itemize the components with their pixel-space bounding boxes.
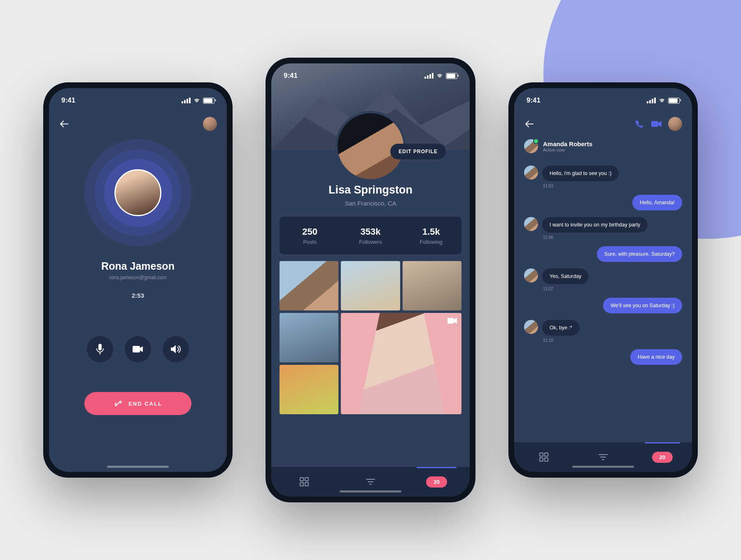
caller-name: Rona Jameson	[101, 260, 175, 272]
status-time: 9:41	[527, 96, 541, 105]
svg-rect-8	[540, 453, 543, 456]
gallery-item[interactable]	[403, 261, 461, 310]
home-indicator	[107, 466, 169, 468]
message-in[interactable]: Ok, bye :*	[524, 320, 682, 336]
svg-rect-0	[98, 344, 102, 350]
grid-icon	[539, 453, 548, 462]
gallery-item[interactable]	[280, 261, 338, 310]
messages-badge: 20	[652, 452, 673, 463]
back-button[interactable]	[59, 119, 70, 129]
stat-posts[interactable]: 250 Posts	[280, 217, 340, 254]
nav-messages[interactable]: 20	[633, 442, 692, 472]
call-duration: 2:53	[132, 292, 144, 299]
grid-icon	[300, 477, 309, 486]
signal-icon	[647, 98, 656, 103]
filter-icon	[366, 478, 375, 485]
caller-avatar	[114, 169, 161, 216]
svg-rect-2	[447, 318, 454, 324]
svg-rect-5	[300, 483, 303, 486]
status-indicators	[182, 98, 214, 104]
speaker-button[interactable]	[163, 336, 189, 362]
contact-name: Amanda Roberts	[543, 140, 592, 147]
chat-screen: 9:41 Amanda R	[514, 88, 692, 472]
message-out[interactable]: We'll see you on Saturday :)	[524, 298, 682, 313]
message-out[interactable]: Sure, with pleasure. Saturday?	[524, 246, 682, 262]
profile-screen: 9:41 EDIT PROFILE Lisa Springston San Fr…	[271, 63, 470, 497]
video-call-button[interactable]	[651, 118, 662, 130]
profile-stats: 250 Posts 353k Followers 1.5k Following	[280, 217, 461, 254]
svg-rect-3	[300, 478, 303, 481]
message-in[interactable]: I want to invite you on my birthday part…	[524, 217, 682, 233]
nav-grid[interactable]	[271, 467, 338, 497]
stat-followers[interactable]: 353k Followers	[340, 217, 401, 254]
nav-messages[interactable]: 20	[403, 467, 470, 497]
video-icon	[447, 317, 457, 324]
message-out[interactable]: Have a nice day	[524, 349, 682, 365]
edit-profile-button[interactable]: EDIT PROFILE	[390, 144, 446, 159]
end-call-button[interactable]: END CALL	[84, 392, 191, 415]
status-time: 9:41	[61, 96, 75, 105]
svg-rect-7	[651, 121, 658, 127]
end-call-label: END CALL	[128, 401, 162, 407]
wifi-icon	[436, 73, 443, 79]
video-button[interactable]	[125, 336, 151, 362]
message-in[interactable]: Yes, Saturday	[524, 268, 682, 284]
call-phone: 9:41 Rona Jameson rona.jameson@gmail.com…	[43, 82, 233, 478]
message-bubble: Yes, Saturday	[542, 268, 589, 284]
battery-icon	[446, 73, 457, 79]
battery-icon	[203, 98, 214, 104]
gallery-item[interactable]	[280, 313, 338, 362]
gallery-item[interactable]	[341, 261, 400, 310]
stat-following[interactable]: 1.5k Following	[401, 217, 461, 254]
profile-gallery	[280, 261, 461, 414]
chat-header: Amanda Roberts Active now	[514, 139, 692, 153]
home-indicator	[340, 490, 401, 492]
message-time: 11:07	[543, 287, 682, 291]
svg-rect-1	[133, 346, 140, 352]
messages-list[interactable]: Hello, i'm glad to see you :)11:03Hello,…	[514, 153, 692, 442]
message-bubble: Sure, with pleasure. Saturday?	[597, 246, 682, 262]
message-out[interactable]: Hello, Amanda!	[524, 195, 682, 210]
contact-avatar	[524, 217, 538, 231]
wifi-icon	[193, 98, 200, 103]
status-indicators	[424, 73, 457, 79]
call-rings	[84, 139, 191, 246]
message-bubble: We'll see you on Saturday :)	[603, 298, 682, 313]
profile-name: Lisa Springston	[271, 184, 470, 196]
contact-avatar	[524, 268, 538, 282]
message-bubble: Hello, i'm glad to see you :)	[542, 166, 619, 181]
signal-icon	[182, 98, 191, 103]
svg-rect-4	[305, 478, 308, 481]
message-in[interactable]: Hello, i'm glad to see you :)	[524, 166, 682, 181]
call-screen: 9:41 Rona Jameson rona.jameson@gmail.com…	[49, 88, 227, 472]
nav-grid[interactable]	[514, 442, 573, 472]
voice-call-button[interactable]	[634, 118, 645, 130]
home-indicator	[572, 466, 634, 468]
svg-rect-9	[545, 453, 548, 456]
profile-phone: 9:41 EDIT PROFILE Lisa Springston San Fr…	[266, 58, 475, 502]
back-button[interactable]	[524, 119, 535, 129]
message-bubble: I want to invite you on my birthday part…	[542, 217, 648, 233]
status-indicators	[647, 98, 680, 104]
message-bubble: Hello, Amanda!	[632, 195, 682, 210]
svg-rect-11	[545, 458, 548, 461]
status-time: 9:41	[284, 72, 298, 80]
battery-icon	[668, 98, 680, 104]
contact-avatar[interactable]	[524, 139, 538, 153]
mute-button[interactable]	[87, 336, 113, 362]
message-bubble: Ok, bye :*	[542, 320, 580, 336]
self-avatar[interactable]	[668, 117, 682, 131]
message-time: 11:10	[543, 338, 682, 343]
contact-avatar	[524, 320, 538, 334]
messages-badge: 20	[426, 476, 447, 488]
message-bubble: Have a nice day	[630, 349, 682, 365]
self-avatar[interactable]	[203, 117, 217, 131]
gallery-item[interactable]	[280, 365, 338, 414]
gallery-item-video[interactable]	[341, 313, 461, 414]
end-call-icon	[114, 399, 123, 408]
chat-phone: 9:41 Amanda R	[508, 82, 698, 478]
signal-icon	[424, 73, 433, 79]
svg-rect-10	[540, 458, 543, 461]
online-indicator	[533, 138, 539, 144]
contact-status: Active now	[543, 147, 592, 152]
